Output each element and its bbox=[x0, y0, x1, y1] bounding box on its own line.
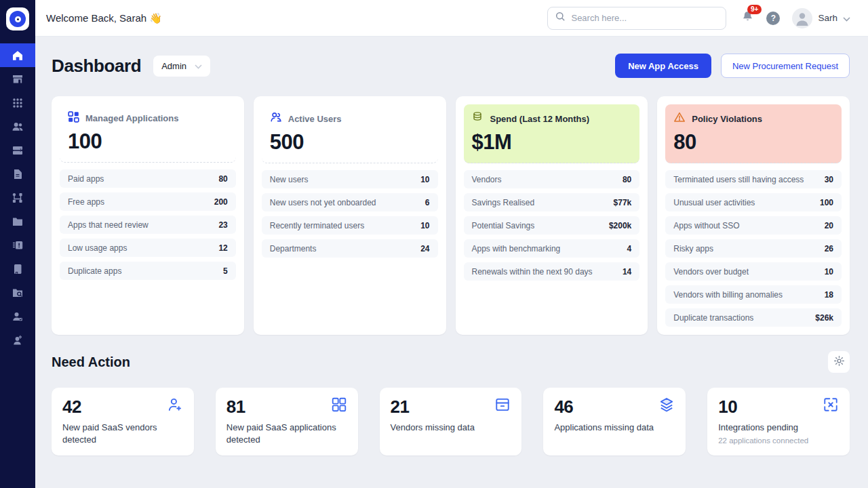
stat-card-title: Active Users bbox=[288, 114, 342, 124]
action-card-new-vendors[interactable]: 42 New paid SaaS vendors detected bbox=[52, 388, 194, 455]
stat-row: Recently terminated users10 bbox=[262, 216, 438, 235]
action-card-sublabel: 22 applications connected bbox=[718, 436, 839, 445]
stat-row: Renewals within the next 90 days14 bbox=[464, 262, 640, 281]
action-card-label: Applications missing data bbox=[554, 422, 675, 434]
warning-icon bbox=[673, 111, 686, 126]
stat-row: Departments24 bbox=[262, 239, 438, 258]
search-input[interactable] bbox=[571, 13, 718, 23]
sidebar-item-access[interactable] bbox=[0, 304, 35, 328]
stat-row: Vendors over budget10 bbox=[665, 262, 842, 281]
sidebar-item-users[interactable] bbox=[0, 115, 35, 138]
gear-icon bbox=[833, 355, 845, 369]
action-card-applications-missing-data[interactable]: 46 Applications missing data bbox=[543, 388, 686, 455]
notification-badge: 9+ bbox=[747, 5, 762, 14]
stat-row: New users not yet onboarded6 bbox=[262, 193, 438, 211]
integrations-icon bbox=[823, 396, 839, 415]
action-card-integrations-pending[interactable]: 10 Integrations pending 22 applications … bbox=[707, 388, 850, 455]
active-users-icon bbox=[270, 111, 282, 126]
action-card-label: Integrations pending bbox=[718, 422, 839, 434]
user-add-icon bbox=[167, 396, 183, 415]
stat-card-active-users: Active Users 500 New users10 New users n… bbox=[254, 96, 446, 335]
stat-card-managed-applications: Managed Applications 100 Paid apps80 Fre… bbox=[52, 96, 244, 335]
stat-card-value: 100 bbox=[68, 129, 228, 154]
sidebar-item-directory[interactable] bbox=[0, 209, 35, 233]
role-selector[interactable]: Admin bbox=[153, 56, 210, 77]
archive-box-icon bbox=[494, 396, 511, 415]
action-card-label: New paid SaaS vendors detected bbox=[62, 422, 183, 447]
search-icon bbox=[555, 12, 566, 24]
stat-row: Terminated users still having access30 bbox=[665, 170, 842, 188]
stat-row: Paid apps80 bbox=[60, 169, 236, 188]
stat-row: Free apps200 bbox=[60, 192, 236, 211]
sidebar-item-audit[interactable] bbox=[0, 281, 35, 304]
new-procurement-request-button[interactable]: New Procurement Request bbox=[721, 54, 850, 78]
grid-icon bbox=[68, 111, 79, 125]
stat-row: Duplicate apps5 bbox=[60, 262, 236, 280]
action-card-vendors-missing-data[interactable]: 21 Vendors missing data bbox=[380, 388, 522, 455]
brand-logo[interactable] bbox=[0, 0, 35, 38]
stat-row: Vendors80 bbox=[464, 170, 640, 188]
action-card-value: 10 bbox=[718, 396, 737, 418]
topbar: Welcome Back, Sarah 👋 9+ ? Sarh bbox=[35, 0, 868, 37]
welcome-text: Welcome Back, Sarah 👋 bbox=[46, 12, 162, 24]
need-action-section: Need Action 42 New paid SaaS vendors det… bbox=[52, 351, 850, 455]
license-alert-icon bbox=[12, 239, 24, 251]
stat-card-spend: Spend (Last 12 Months) $1M Vendors80 Sav… bbox=[456, 96, 648, 335]
sidebar-item-documents[interactable] bbox=[0, 162, 35, 186]
folder-search-icon bbox=[12, 287, 24, 299]
stat-row: Apps without SSO20 bbox=[665, 216, 842, 235]
sidebar bbox=[0, 0, 35, 488]
store-icon bbox=[12, 73, 24, 85]
search-box[interactable] bbox=[547, 7, 726, 30]
bell-icon bbox=[741, 14, 754, 25]
action-card-new-applications[interactable]: 81 New paid SaaS applications detected bbox=[216, 388, 358, 455]
user-settings-icon bbox=[12, 334, 24, 346]
action-card-label: New paid SaaS applications detected bbox=[226, 422, 347, 447]
stat-row: Apps that need review23 bbox=[60, 216, 236, 234]
stat-row: Low usage apps12 bbox=[60, 239, 236, 257]
stat-card-title: Managed Applications bbox=[85, 113, 178, 123]
devices-icon bbox=[12, 144, 24, 157]
stats-grid: Managed Applications 100 Paid apps80 Fre… bbox=[52, 96, 850, 335]
role-selector-value: Admin bbox=[161, 61, 186, 71]
notifications-button[interactable]: 9+ bbox=[741, 10, 754, 26]
stat-row: Vendors with billing anomalies18 bbox=[665, 285, 842, 304]
action-card-value: 21 bbox=[391, 396, 410, 418]
sidebar-item-licenses[interactable] bbox=[0, 233, 35, 257]
sidebar-item-apps[interactable] bbox=[0, 91, 35, 115]
stat-row: Potential Savings$200k bbox=[464, 216, 640, 235]
sidebar-item-admin[interactable] bbox=[0, 328, 35, 352]
sidebar-item-workflows[interactable] bbox=[0, 186, 35, 209]
layers-icon bbox=[658, 396, 675, 415]
stat-row: Savings Realised$77k bbox=[464, 193, 640, 211]
folder-icon bbox=[12, 216, 24, 228]
stat-row: Apps with benchmarking4 bbox=[464, 239, 640, 258]
sidebar-item-devices[interactable] bbox=[0, 138, 35, 162]
stat-card-title: Spend (Last 12 Months) bbox=[490, 114, 590, 124]
avatar bbox=[792, 8, 812, 28]
chevron-down-icon bbox=[195, 61, 202, 71]
user-badge-icon bbox=[12, 310, 24, 323]
sidebar-item-home[interactable] bbox=[0, 43, 35, 67]
action-card-value: 46 bbox=[554, 396, 573, 418]
contracts-icon bbox=[12, 263, 24, 275]
stat-row: Risky apps26 bbox=[665, 239, 842, 258]
need-action-settings-button[interactable] bbox=[828, 351, 850, 373]
user-menu[interactable]: Sarh bbox=[792, 8, 850, 28]
stat-card-title: Policy Violations bbox=[692, 114, 762, 124]
users-icon bbox=[12, 121, 24, 133]
user-name: Sarh bbox=[818, 13, 837, 23]
action-card-value: 42 bbox=[62, 396, 81, 418]
new-app-access-button[interactable]: New App Access bbox=[615, 54, 711, 78]
sidebar-item-contracts[interactable] bbox=[0, 257, 35, 281]
stat-card-value: 500 bbox=[270, 130, 430, 155]
sidebar-nav bbox=[0, 43, 35, 352]
sidebar-item-store[interactable] bbox=[0, 67, 35, 91]
workflow-icon bbox=[12, 192, 24, 204]
help-button[interactable]: ? bbox=[766, 12, 780, 25]
document-icon bbox=[12, 168, 24, 180]
need-action-grid: 42 New paid SaaS vendors detected 81 New… bbox=[52, 388, 850, 455]
stat-card-value: $1M bbox=[472, 130, 632, 155]
stat-row: New users10 bbox=[262, 170, 438, 188]
stat-card-policy-violations: Policy Violations 80 Terminated users st… bbox=[657, 96, 850, 335]
